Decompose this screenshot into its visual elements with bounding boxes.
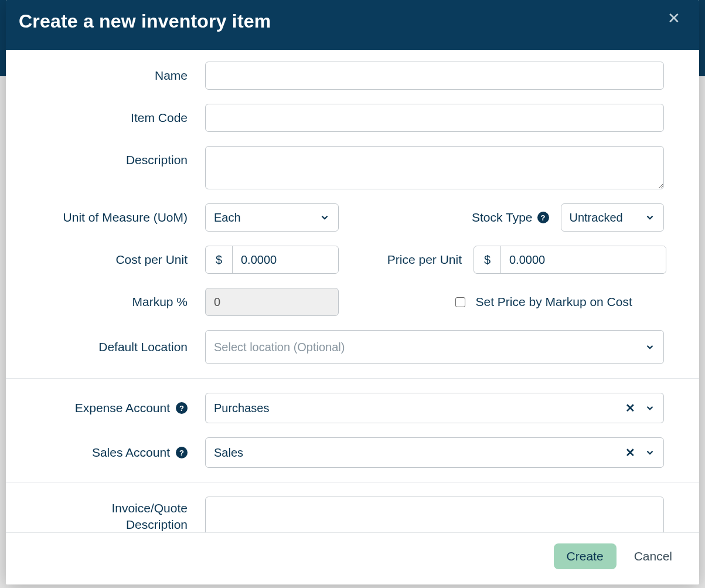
cost-per-unit-field[interactable]: $ (205, 246, 339, 274)
uom-select[interactable]: Each (205, 203, 339, 232)
stock-type-select[interactable]: Untracked (561, 203, 665, 232)
cost-per-unit-label: Cost per Unit (41, 251, 205, 268)
expense-account-help-icon[interactable]: ? (176, 402, 188, 414)
sales-account-select[interactable]: Sales ✕ (205, 437, 664, 468)
item-code-input[interactable] (205, 104, 664, 132)
price-currency-symbol: $ (474, 246, 501, 273)
stock-type-selected-value: Untracked (570, 211, 638, 225)
expense-account-clear-icon[interactable]: ✕ (625, 401, 635, 415)
stock-type-help-icon[interactable]: ? (537, 212, 549, 223)
chevron-down-icon (645, 212, 655, 223)
uom-label: Unit of Measure (UoM) (41, 209, 205, 226)
name-input[interactable] (205, 62, 664, 90)
set-price-by-markup-checkbox[interactable] (455, 297, 465, 307)
create-button[interactable]: Create (554, 543, 617, 569)
sales-account-help-icon[interactable]: ? (176, 447, 188, 458)
invoice-quote-description-textarea[interactable] (205, 497, 664, 532)
chevron-down-icon (645, 342, 655, 352)
markup-input (205, 288, 339, 316)
chevron-down-icon (645, 403, 655, 413)
stock-type-label: Stock Type (472, 210, 533, 225)
item-code-label: Item Code (41, 110, 205, 126)
price-per-unit-label: Price per Unit (387, 253, 462, 267)
description-label: Description (41, 146, 205, 168)
price-per-unit-input[interactable] (501, 246, 666, 273)
default-location-label: Default Location (41, 339, 205, 355)
sales-account-clear-icon[interactable]: ✕ (625, 446, 635, 460)
create-inventory-item-modal: Create a new inventory item ✕ Name Item … (6, 0, 699, 584)
sales-account-label: Sales Account (92, 444, 170, 461)
default-location-placeholder: Select location (Optional) (214, 341, 638, 354)
description-textarea[interactable] (205, 146, 664, 189)
invoice-quote-description-label: Invoice/Quote Description (41, 497, 205, 532)
expense-account-select[interactable]: Purchases ✕ (205, 393, 664, 423)
section-divider (6, 482, 699, 482)
set-price-by-markup-label: Set Price by Markup on Cost (476, 295, 632, 309)
cost-per-unit-input[interactable] (233, 246, 339, 273)
section-divider (6, 378, 699, 379)
chevron-down-icon (645, 447, 655, 458)
uom-selected-value: Each (214, 211, 312, 225)
modal-header: Create a new inventory item ✕ (6, 0, 699, 50)
price-per-unit-field[interactable]: $ (474, 246, 666, 274)
expense-account-label: Expense Account (75, 400, 170, 416)
name-label: Name (41, 67, 205, 84)
cost-currency-symbol: $ (206, 246, 233, 273)
modal-footer: Create Cancel (6, 532, 699, 584)
close-icon[interactable]: ✕ (665, 11, 683, 26)
default-location-select[interactable]: Select location (Optional) (205, 330, 664, 364)
sales-account-selected-value: Sales (214, 446, 614, 460)
markup-label: Markup % (41, 294, 205, 310)
chevron-down-icon (319, 212, 330, 223)
modal-title: Create a new inventory item (19, 11, 271, 32)
modal-body: Name Item Code Description Unit of Measu… (6, 50, 699, 532)
expense-account-selected-value: Purchases (214, 402, 614, 415)
cancel-button[interactable]: Cancel (631, 549, 676, 564)
